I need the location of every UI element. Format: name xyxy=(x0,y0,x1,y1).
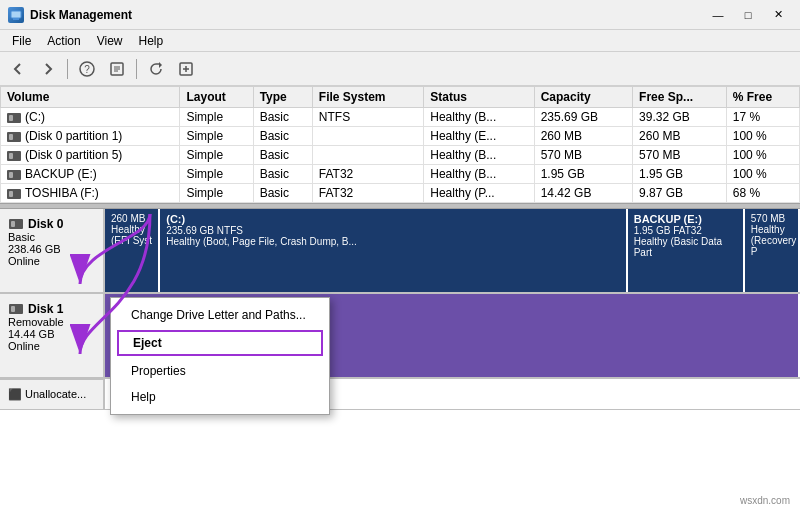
properties-toolbar-button[interactable] xyxy=(103,56,131,82)
cell-capacity: 570 MB xyxy=(534,146,632,165)
cell-status: Healthy (B... xyxy=(424,165,534,184)
cell-type: Basic xyxy=(253,127,312,146)
window-controls: — □ ✕ xyxy=(704,5,792,25)
col-volume[interactable]: Volume xyxy=(1,87,180,108)
cell-volume: TOSHIBA (F:) xyxy=(1,184,180,203)
cell-fs: FAT32 xyxy=(312,184,423,203)
cell-status: Healthy (B... xyxy=(424,146,534,165)
context-menu-eject[interactable]: Eject xyxy=(117,330,323,356)
table-row[interactable]: BACKUP (E:) Simple Basic FAT32 Healthy (… xyxy=(1,165,800,184)
context-menu: Change Drive Letter and Paths... Eject P… xyxy=(110,297,330,415)
refresh-button[interactable] xyxy=(142,56,170,82)
toolbar-separator-2 xyxy=(136,59,137,79)
cell-capacity: 260 MB xyxy=(534,127,632,146)
menu-view[interactable]: View xyxy=(89,32,131,50)
disk-1-name: Disk 1 xyxy=(28,302,63,316)
disk-1-size: 14.44 GB xyxy=(8,328,95,340)
cell-layout: Simple xyxy=(180,146,253,165)
table-row[interactable]: (C:) Simple Basic NTFS Healthy (B... 235… xyxy=(1,108,800,127)
cell-fs: FAT32 xyxy=(312,165,423,184)
disk-0-partition-1[interactable]: 260 MB Healthy (EFI Syst xyxy=(105,209,160,292)
back-button[interactable] xyxy=(4,56,32,82)
table-row[interactable]: (Disk 0 partition 5) Simple Basic Health… xyxy=(1,146,800,165)
close-button[interactable]: ✕ xyxy=(764,5,792,25)
forward-button[interactable] xyxy=(34,56,62,82)
unallocated-label: ⬛ Unallocate... xyxy=(0,379,105,409)
context-menu-help[interactable]: Help xyxy=(111,384,329,410)
table-row[interactable]: TOSHIBA (F:) Simple Basic FAT32 Healthy … xyxy=(1,184,800,203)
cell-free: 260 MB xyxy=(633,127,727,146)
disk-0-partitions: 260 MB Healthy (EFI Syst (C:) 235.69 GB … xyxy=(105,209,800,292)
disk-0-size: 238.46 GB xyxy=(8,243,95,255)
app-icon xyxy=(8,7,24,23)
svg-rect-1 xyxy=(13,18,19,20)
cell-pct: 68 % xyxy=(726,184,799,203)
volume-table: Volume Layout Type File System Status Ca… xyxy=(0,86,800,203)
cell-type: Basic xyxy=(253,108,312,127)
cell-status: Healthy (B... xyxy=(424,108,534,127)
svg-rect-13 xyxy=(11,221,15,227)
cell-type: Basic xyxy=(253,184,312,203)
disk-0-row: Disk 0 Basic 238.46 GB Online 260 MB Hea… xyxy=(0,209,800,294)
col-capacity[interactable]: Capacity xyxy=(534,87,632,108)
cell-capacity: 1.95 GB xyxy=(534,165,632,184)
svg-text:?: ? xyxy=(84,64,90,75)
cell-free: 39.32 GB xyxy=(633,108,727,127)
menu-action[interactable]: Action xyxy=(39,32,88,50)
menu-help[interactable]: Help xyxy=(131,32,172,50)
disk-0-partition-4[interactable]: 570 MB Healthy (Recovery P xyxy=(745,209,800,292)
cell-pct: 100 % xyxy=(726,146,799,165)
main-content: Volume Layout Type File System Status Ca… xyxy=(0,86,800,513)
disk-1-label: Disk 1 Removable 14.44 GB Online xyxy=(0,294,105,377)
title-bar: Disk Management — □ ✕ xyxy=(0,0,800,30)
col-pct[interactable]: % Free xyxy=(726,87,799,108)
disk-0-partition-3[interactable]: BACKUP (E:) 1.95 GB FAT32 Healthy (Basic… xyxy=(628,209,745,292)
disk-visual-area[interactable]: Disk 0 Basic 238.46 GB Online 260 MB Hea… xyxy=(0,209,800,513)
disk-0-name: Disk 0 xyxy=(28,217,63,231)
menu-file[interactable]: File xyxy=(4,32,39,50)
cell-fs xyxy=(312,146,423,165)
minimize-button[interactable]: — xyxy=(704,5,732,25)
cell-layout: Simple xyxy=(180,127,253,146)
context-menu-properties[interactable]: Properties xyxy=(111,358,329,384)
cell-pct: 17 % xyxy=(726,108,799,127)
disk-0-partition-2[interactable]: (C:) 235.69 GB NTFS Healthy (Boot, Page … xyxy=(160,209,627,292)
svg-rect-15 xyxy=(11,306,15,312)
table-row[interactable]: (Disk 0 partition 1) Simple Basic Health… xyxy=(1,127,800,146)
cell-volume: (Disk 0 partition 1) xyxy=(1,127,180,146)
context-menu-change-drive[interactable]: Change Drive Letter and Paths... xyxy=(111,302,329,328)
toolbar-separator-1 xyxy=(67,59,68,79)
cell-volume: (Disk 0 partition 5) xyxy=(1,146,180,165)
cell-fs xyxy=(312,127,423,146)
collapse-button[interactable] xyxy=(172,56,200,82)
cell-status: Healthy (E... xyxy=(424,127,534,146)
cell-layout: Simple xyxy=(180,165,253,184)
watermark: wsxdn.com xyxy=(736,494,794,507)
menu-bar: File Action View Help xyxy=(0,30,800,52)
cell-fs: NTFS xyxy=(312,108,423,127)
window-title: Disk Management xyxy=(30,8,132,22)
disk-0-status: Online xyxy=(8,255,95,267)
help-toolbar-button[interactable]: ? xyxy=(73,56,101,82)
cell-free: 9.87 GB xyxy=(633,184,727,203)
cell-capacity: 14.42 GB xyxy=(534,184,632,203)
cell-capacity: 235.69 GB xyxy=(534,108,632,127)
maximize-button[interactable]: □ xyxy=(734,5,762,25)
cell-free: 570 MB xyxy=(633,146,727,165)
disk-1-status: Online xyxy=(8,340,95,352)
col-layout[interactable]: Layout xyxy=(180,87,253,108)
cell-pct: 100 % xyxy=(726,127,799,146)
svg-rect-0 xyxy=(11,11,21,18)
col-type[interactable]: Type xyxy=(253,87,312,108)
disk-0-type: Basic xyxy=(8,231,95,243)
cell-layout: Simple xyxy=(180,108,253,127)
cell-type: Basic xyxy=(253,146,312,165)
cell-volume: BACKUP (E:) xyxy=(1,165,180,184)
svg-marker-8 xyxy=(159,62,162,68)
cell-status: Healthy (P... xyxy=(424,184,534,203)
col-status[interactable]: Status xyxy=(424,87,534,108)
unallocated-text: ⬛ Unallocate... xyxy=(8,388,86,400)
col-free[interactable]: Free Sp... xyxy=(633,87,727,108)
col-filesystem[interactable]: File System xyxy=(312,87,423,108)
cell-layout: Simple xyxy=(180,184,253,203)
